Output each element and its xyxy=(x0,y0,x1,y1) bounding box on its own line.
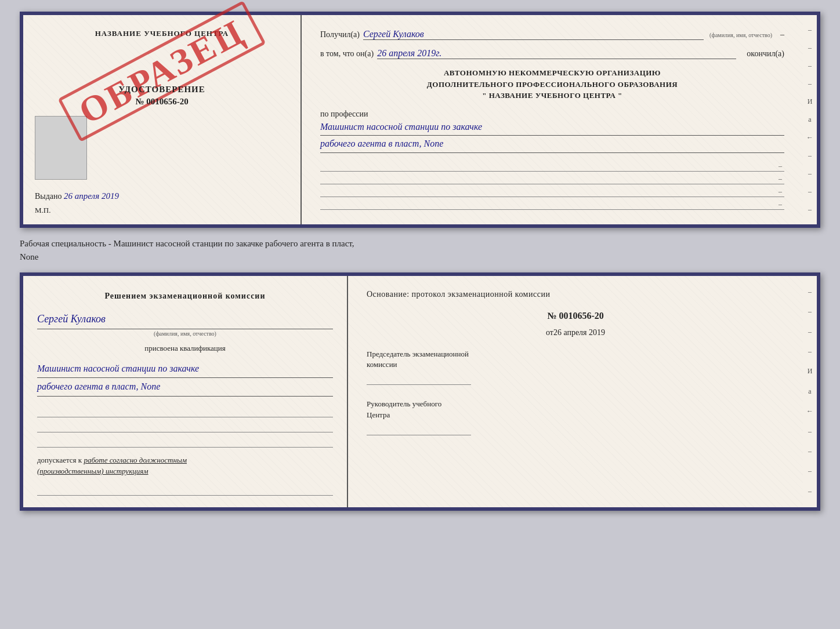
mp-label: М.П. xyxy=(35,206,50,215)
org-block: АВТОНОМНУЮ НЕКОММЕРЧЕСКУЮ ОРГАНИЗАЦИЮ ДО… xyxy=(320,67,784,101)
dash1: – xyxy=(780,30,784,39)
issued-label: Выдано xyxy=(35,192,62,201)
line-2: – xyxy=(320,174,784,184)
qual-block: Машинист насосной станции по закачке раб… xyxy=(37,360,333,397)
chair-label2: комиссии xyxy=(367,360,397,369)
underline-4 xyxy=(37,484,333,496)
side-chars-top: – – – – И а ← – – – – xyxy=(803,15,817,224)
right-lines-top: – – – – xyxy=(320,161,784,210)
assigned-label: присвоена квалификация xyxy=(37,344,333,353)
separator-block: Рабочая специальность - Машинист насосно… xyxy=(20,237,820,263)
side-chars-bottom: – – – – И а ← – – – – xyxy=(803,276,817,507)
cert-title: УДОСТОВЕРЕНИЕ xyxy=(118,85,205,94)
head-label: Руководитель учебного Центра xyxy=(367,399,784,420)
underline-2 xyxy=(37,421,333,432)
received-name: Сергей Кулаков xyxy=(363,29,704,40)
dopuskaetsya-row: допускается к работе согласно должностны… xyxy=(37,455,333,477)
separator-line2: None xyxy=(20,250,820,264)
chair-label1: Председатель экзаменационной xyxy=(367,350,469,358)
top-left-panel: НАЗВАНИЕ УЧЕБНОГО ЦЕНТРА ОБРАЗЕЦ УДОСТОВ… xyxy=(23,15,302,224)
bsc8: – xyxy=(808,427,812,436)
top-document: НАЗВАНИЕ УЧЕБНОГО ЦЕНТРА ОБРАЗЕЦ УДОСТОВ… xyxy=(20,12,820,228)
date-value: 26 апреля 2019 xyxy=(553,328,605,337)
sc9: – xyxy=(808,169,812,178)
line-1: – xyxy=(320,161,784,172)
obrazec-stamp: ОБРАЗЕЦ xyxy=(36,0,288,154)
bsc10: – xyxy=(808,467,812,475)
chair-label: Председатель экзаменационной комиссии xyxy=(367,349,784,370)
bsc2: – xyxy=(808,307,812,316)
bsc9: – xyxy=(808,447,812,456)
in-that-label: в том, что он(а) xyxy=(320,49,374,59)
completed-label: окончил(а) xyxy=(747,49,784,59)
chair-signature-line xyxy=(367,373,471,385)
bsc11: – xyxy=(808,487,812,496)
obrazec-text: ОБРАЗЕЦ xyxy=(57,1,266,142)
bottom-right-panel: Основание: протокол экзаменационной коми… xyxy=(348,276,803,507)
bottom-document: Решением экзаменационной комиссии Сергей… xyxy=(20,272,820,511)
bottom-underlines xyxy=(37,406,333,448)
cert-number: № 0010656-20 xyxy=(118,97,205,107)
date-label: от xyxy=(546,328,553,337)
separator-line1: Рабочая специальность - Машинист насосно… xyxy=(20,237,820,250)
line-4: – xyxy=(320,199,784,210)
basis-label: Основание: протокол экзаменационной коми… xyxy=(367,290,784,299)
sc11: – xyxy=(808,205,812,214)
top-right-panel: Получил(а) Сергей Кулаков (фамилия, имя,… xyxy=(302,15,803,224)
sc7: ← xyxy=(806,133,813,142)
profession-line2: рабочего агента в пласт, None xyxy=(320,136,784,153)
bottom-name-hint: (фамилия, имя, отчество) xyxy=(37,330,333,337)
sc4: – xyxy=(808,79,812,88)
issued-date: Выдано 26 апреля 2019 xyxy=(35,180,119,201)
cert-title-block: УДОСТОВЕРЕНИЕ № 0010656-20 xyxy=(118,85,205,107)
head-signature-line xyxy=(367,424,471,435)
received-row: Получил(а) Сергей Кулаков (фамилия, имя,… xyxy=(320,29,784,40)
head-block: Руководитель учебного Центра xyxy=(367,399,784,435)
decision-title: Решением экзаменационной комиссии xyxy=(37,290,333,303)
org-line1: АВТОНОМНУЮ НЕКОММЕРЧЕСКУЮ ОРГАНИЗАЦИЮ xyxy=(320,67,784,79)
bottom-name-row: Сергей Кулаков (фамилия, имя, отчество) xyxy=(37,310,333,336)
bsc3: – xyxy=(808,328,812,336)
profession-label: по профессии xyxy=(320,110,784,119)
head-label1: Руководитель учебного xyxy=(367,399,441,408)
bottom-left-panel: Решением экзаменационной комиссии Сергей… xyxy=(23,276,348,507)
line-3: – xyxy=(320,187,784,197)
sc8: – xyxy=(808,151,812,160)
bsc4: – xyxy=(808,347,812,356)
completed-row: в том, что он(а) 26 апреля 2019г. окончи… xyxy=(320,48,784,59)
org-line3: " НАЗВАНИЕ УЧЕБНОГО ЦЕНТРА " xyxy=(320,90,784,101)
bsc5: И xyxy=(808,367,813,376)
allowed-text2: (производственным) инструкциям xyxy=(37,467,149,475)
profession-block: по профессии Машинист насосной станции п… xyxy=(320,110,784,154)
profession-line1: Машинист насосной станции по закачке xyxy=(320,119,784,136)
received-label: Получил(а) xyxy=(320,30,360,39)
qual-line1: Машинист насосной станции по закачке xyxy=(37,360,333,378)
underline-3 xyxy=(37,436,333,448)
bsc7: ← xyxy=(806,407,813,416)
sc1: – xyxy=(808,26,812,34)
name-hint-top: (фамилия, имя, отчество) xyxy=(709,32,772,38)
allowed-label: допускается к xyxy=(37,456,82,464)
bsc6: а xyxy=(808,387,811,396)
sc10: – xyxy=(808,187,812,196)
completed-date: 26 апреля 2019г. xyxy=(377,48,736,59)
org-line2: ДОПОЛНИТЕЛЬНОГО ПРОФЕССИОНАЛЬНОГО ОБРАЗО… xyxy=(320,79,784,90)
underline-1 xyxy=(37,406,333,417)
sc6: а xyxy=(808,115,811,124)
issued-date-value: 26 апреля 2019 xyxy=(64,191,119,201)
bsc1: – xyxy=(808,288,812,296)
bottom-person-name: Сергей Кулаков xyxy=(37,310,333,329)
qual-line2: рабочего агента в пласт, None xyxy=(37,378,333,396)
sc3: – xyxy=(808,61,812,70)
sc2: – xyxy=(808,43,812,52)
head-label2: Центра xyxy=(367,410,390,419)
protokol-date: от26 апреля 2019 xyxy=(367,328,784,337)
chair-block: Председатель экзаменационной комиссии xyxy=(367,349,784,385)
sc5: И xyxy=(808,97,813,106)
protokol-number: № 0010656-20 xyxy=(367,311,784,321)
allowed-text: работе согласно должностным xyxy=(84,456,187,464)
